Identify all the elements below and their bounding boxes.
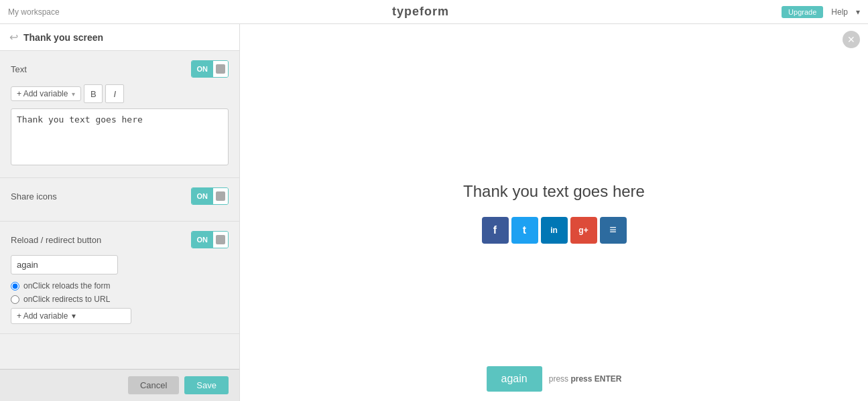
my-workspace-link[interactable]: My workspace <box>8 7 60 17</box>
text-toggle-knob <box>216 64 225 74</box>
add-variable-label: + Add variable <box>17 89 68 98</box>
bold-button[interactable]: B <box>84 84 103 103</box>
again-button[interactable]: again <box>487 366 542 392</box>
facebook-icon[interactable]: f <box>482 217 509 244</box>
share-toggle-knob <box>216 191 225 201</box>
upgrade-button[interactable]: Upgrade <box>782 6 823 18</box>
panel-footer: Cancel Save <box>0 369 239 401</box>
preview-title: Thank you text goes here <box>463 182 645 201</box>
topbar-right: Upgrade Help ▾ <box>782 6 860 18</box>
share-toggle-slider[interactable] <box>213 188 228 204</box>
reload-add-variable-dropdown[interactable]: + Add variable ▾ <box>11 308 131 324</box>
radio-row-1: onClick reloads the form <box>11 281 229 291</box>
main-container: ↩ Thank you screen Text ON + Add <box>0 24 868 401</box>
panel-header: ↩ Thank you screen <box>0 24 239 51</box>
text-toggle-slider[interactable] <box>213 61 228 77</box>
preview-area: ✕ Thank you text goes here f t in g+ ≡ a… <box>240 24 868 401</box>
press-enter-hint: press press ENTER <box>549 374 622 384</box>
social-icons-row: f t in g+ ≡ <box>482 217 627 244</box>
reload-section-row: Reload / redirect button ON <box>11 231 229 248</box>
save-button[interactable]: Save <box>184 376 229 394</box>
share-section: Share icons ON <box>0 178 239 222</box>
radio-reload-label: onClick reloads the form <box>23 281 110 291</box>
topbar-logo: typeform <box>392 5 449 19</box>
topbar-left: My workspace <box>8 7 60 17</box>
panel-header-title: Thank you screen <box>23 32 103 43</box>
text-label: Text <box>11 64 27 74</box>
reload-toggle[interactable]: ON <box>191 231 229 248</box>
reload-toggle-on-label[interactable]: ON <box>192 232 214 248</box>
text-textarea[interactable] <box>11 108 229 165</box>
left-panel: ↩ Thank you screen Text ON + Add <box>0 24 240 401</box>
italic-button[interactable]: I <box>105 84 124 103</box>
help-link[interactable]: Help <box>831 7 848 17</box>
text-toggle[interactable]: ON <box>191 60 229 78</box>
share-toggle[interactable]: ON <box>191 187 229 205</box>
add-variable-dropdown[interactable]: + Add variable ▾ <box>11 86 81 101</box>
radio-redirect-label: onClick redirects to URL <box>23 295 110 304</box>
radio-redirect[interactable] <box>11 295 19 304</box>
reload-toggle-slider[interactable] <box>213 232 228 248</box>
reload-section: Reload / redirect button ON onClick relo… <box>0 222 239 334</box>
help-chevron-icon: ▾ <box>856 7 860 17</box>
linkedin-icon[interactable]: in <box>541 217 568 244</box>
share-icons-label: Share icons <box>11 191 57 202</box>
reload-dropdown-arrow-icon: ▾ <box>72 311 76 321</box>
reload-toggle-knob <box>216 235 225 244</box>
text-toggle-on-label[interactable]: ON <box>192 61 214 77</box>
preview-content: Thank you text goes here f t in g+ ≡ <box>463 182 645 244</box>
reload-add-variable-label: + Add variable <box>17 311 68 321</box>
reload-label: Reload / redirect button <box>11 235 101 245</box>
share-section-row: Share icons ON <box>11 187 229 205</box>
text-section: Text ON + Add variable ▾ B I <box>0 51 239 178</box>
enter-key-label: press ENTER <box>570 374 621 384</box>
dropdown-arrow-icon: ▾ <box>72 90 75 98</box>
cancel-button[interactable]: Cancel <box>128 376 179 394</box>
share-toggle-on-label[interactable]: ON <box>192 188 214 204</box>
radio-reload[interactable] <box>11 282 19 291</box>
text-section-row: Text ON <box>11 60 229 78</box>
text-toolbar: + Add variable ▾ B I <box>11 84 229 103</box>
buffer-icon[interactable]: ≡ <box>600 217 627 244</box>
button-label-input[interactable] <box>11 255 118 274</box>
twitter-icon[interactable]: t <box>511 217 538 244</box>
topbar: My workspace typeform Upgrade Help ▾ <box>0 0 868 24</box>
panel-scroll: Text ON + Add variable ▾ B I <box>0 51 239 369</box>
again-btn-area: again press press ENTER <box>487 366 622 392</box>
close-button[interactable]: ✕ <box>843 31 860 48</box>
google-plus-icon[interactable]: g+ <box>570 217 597 244</box>
radio-row-2: onClick redirects to URL <box>11 295 229 304</box>
panel-header-icon: ↩ <box>9 31 18 44</box>
